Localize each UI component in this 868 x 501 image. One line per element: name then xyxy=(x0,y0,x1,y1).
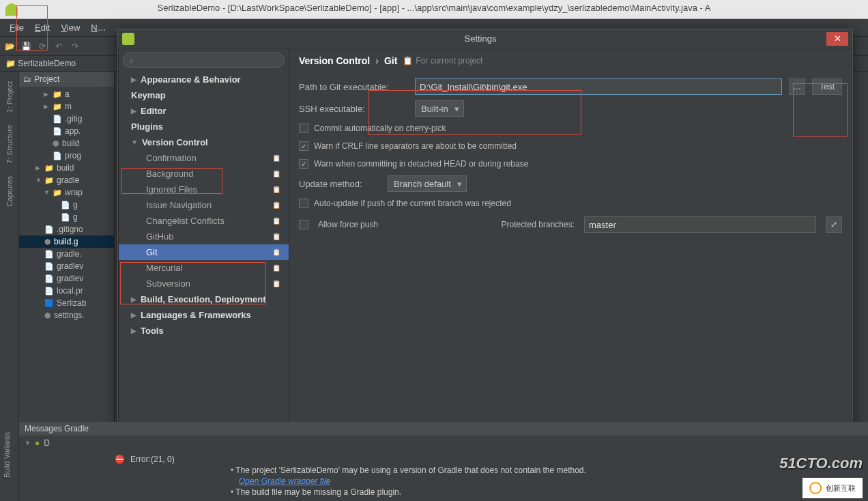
tree-row[interactable]: 📄prog xyxy=(19,149,114,162)
folder-icon: 📁 xyxy=(53,102,62,111)
git-path-input[interactable] xyxy=(415,78,782,95)
checkbox-crlf[interactable]: ✓ xyxy=(299,141,308,151)
project-scope-icon: 📋 xyxy=(272,280,280,287)
file-icon: 📄 xyxy=(53,115,62,124)
checkbox-cherry-pick[interactable] xyxy=(299,124,308,133)
tree-row[interactable]: ▼📁wrap xyxy=(19,186,114,199)
checkbox-detached[interactable]: ✓ xyxy=(299,159,308,169)
settings-category-panel: ⌕ ▶Appearance & BehaviorKeymap▶EditorPlu… xyxy=(119,48,289,457)
open-icon[interactable]: 📂 xyxy=(4,41,15,52)
tree-row[interactable]: 📄.gitig xyxy=(19,113,114,125)
d-root[interactable]: D xyxy=(44,438,50,448)
menu-view[interactable]: View xyxy=(61,23,80,33)
tree-label: a xyxy=(65,89,70,99)
settings-title-text: Settings xyxy=(134,33,826,44)
tree-row[interactable]: 📄g xyxy=(19,199,114,211)
menu-edit[interactable]: Edit xyxy=(35,23,50,33)
tree-row[interactable]: 📄g xyxy=(19,211,114,223)
collapse-icon[interactable]: ▼ xyxy=(25,440,31,446)
settings-search-input[interactable]: ⌕ xyxy=(123,53,285,68)
error-msg-1: The project 'SerlizableDemo' may be usin… xyxy=(235,466,586,475)
tree-row[interactable]: 📄gradlev xyxy=(19,272,114,285)
ssh-dropdown[interactable]: Built-in xyxy=(415,100,464,117)
settings-category-plugins[interactable]: Plugins xyxy=(119,119,289,134)
update-method-dropdown[interactable]: Branch default xyxy=(388,175,467,192)
file-icon: 📄 xyxy=(44,287,54,296)
browse-button[interactable]: … xyxy=(789,78,805,95)
tree-row[interactable]: 📄app. xyxy=(19,125,114,137)
tree-row[interactable]: ⬢build xyxy=(19,137,114,149)
settings-category-build-execution-deployment[interactable]: ▶Build, Execution, Deployment xyxy=(119,291,289,307)
protected-branches-input[interactable] xyxy=(584,216,816,233)
settings-category-background[interactable]: Background📋 xyxy=(119,166,289,182)
tree-label: m xyxy=(65,102,72,111)
menu-navigate[interactable]: N… xyxy=(91,23,106,33)
settings-category-mercurial[interactable]: Mercurial📋 xyxy=(119,260,289,276)
test-button[interactable]: Test xyxy=(812,78,842,95)
tree-label: .gitigno xyxy=(57,225,83,234)
tree-row[interactable]: ▶📁build xyxy=(19,162,114,174)
tree-row[interactable]: ▶📁a xyxy=(19,88,114,100)
settings-category-changelist-conflicts[interactable]: Changelist Conflicts📋 xyxy=(119,213,289,229)
build-variants-tab[interactable]: Build Variants xyxy=(3,429,11,481)
tree-row[interactable]: 📄gradlev xyxy=(19,260,114,272)
project-scope-icon: 📋 xyxy=(272,201,280,209)
redo-icon[interactable]: ↷ xyxy=(70,41,81,52)
ssh-label: SSH executable: xyxy=(299,104,408,114)
menu-file[interactable]: File xyxy=(10,23,24,33)
label-crlf: Warn if CRLF line separators are about t… xyxy=(314,141,517,151)
settings-category-keymap[interactable]: Keymap xyxy=(119,87,289,103)
expand-protected-button[interactable]: ⤢ xyxy=(826,216,842,233)
settings-category-editor[interactable]: ▶Editor xyxy=(119,103,289,119)
checkbox-auto-update[interactable] xyxy=(299,199,308,208)
settings-category-version-control[interactable]: ▼Version Control xyxy=(119,134,289,150)
tree-row[interactable]: ▶📁m xyxy=(19,100,114,113)
tool-project-tab[interactable]: 1: Project xyxy=(5,78,14,115)
undo-icon[interactable]: ↶ xyxy=(53,41,64,52)
project-panel-header[interactable]: 🗂 Project xyxy=(19,72,114,87)
settings-category-tools[interactable]: ▶Tools xyxy=(119,323,289,339)
file-icon: 📄 xyxy=(53,127,62,136)
tree-label: build.g xyxy=(54,237,78,246)
settings-category-git[interactable]: Git📋 xyxy=(119,244,289,260)
sync-icon[interactable]: ⟳ xyxy=(37,41,48,52)
breadcrumb-root[interactable]: SerlizableDemo xyxy=(18,59,76,68)
tree-label: Serlizab xyxy=(57,298,86,308)
tree-row[interactable]: ⬢settings. xyxy=(19,309,114,321)
bottom-panel: Messages Gradle ▼ ● D ⛔ Error:(21, 0) • … xyxy=(19,422,868,501)
tree-row[interactable]: 🟦Serlizab xyxy=(19,297,114,309)
settings-category-subversion[interactable]: Subversion📋 xyxy=(119,276,289,291)
tree-label: prog xyxy=(65,151,81,160)
tree-label: local.pr xyxy=(57,286,83,296)
tree-row[interactable]: ⬢build.g xyxy=(19,235,114,248)
settings-category-confirmation[interactable]: Confirmation📋 xyxy=(119,150,289,166)
tree-row[interactable]: 📄.gitigno xyxy=(19,223,114,235)
settings-category-languages-frameworks[interactable]: ▶Languages & Frameworks xyxy=(119,307,289,323)
tree-label: g xyxy=(73,200,78,210)
breadcrumb-leaf[interactable]: Git xyxy=(384,55,397,66)
settings-category-list[interactable]: ▶Appearance & BehaviorKeymap▶EditorPlugi… xyxy=(119,72,289,457)
settings-category-appearance-behavior[interactable]: ▶Appearance & Behavior xyxy=(119,72,289,87)
tool-structure-tab[interactable]: 7: Structure xyxy=(5,122,14,167)
error-location[interactable]: Error:(21, 0) xyxy=(130,455,175,464)
save-icon[interactable]: 💾 xyxy=(20,41,31,52)
tree-row[interactable]: 📄gradle. xyxy=(19,248,114,260)
file-icon: 📄 xyxy=(61,201,70,210)
path-label: Path to Git executable: xyxy=(299,82,408,92)
tree-label: build xyxy=(62,139,79,148)
tree-label: build xyxy=(57,163,74,173)
tree-row[interactable]: 📄local.pr xyxy=(19,285,114,297)
search-icon: ⌕ xyxy=(129,55,134,65)
settings-category-ignored-files[interactable]: Ignored Files📋 xyxy=(119,182,289,197)
project-tree[interactable]: ▶📁a▶📁m📄.gitig📄app.⬢build📄prog▶📁build▼📁gr… xyxy=(19,87,114,323)
gradle-icon: ⬢ xyxy=(44,311,51,320)
checkbox-force-push[interactable] xyxy=(299,220,308,229)
messages-tab[interactable]: Messages Gradle xyxy=(19,422,868,435)
open-wrapper-link[interactable]: Open Gradle wrapper file xyxy=(239,476,330,486)
close-button[interactable]: ✕ xyxy=(826,32,848,46)
settings-category-github[interactable]: GitHub📋 xyxy=(119,229,289,244)
tree-row[interactable]: ▼📁gradle xyxy=(19,174,114,186)
settings-category-issue-navigation[interactable]: Issue Navigation📋 xyxy=(119,197,289,213)
tool-captures-tab[interactable]: Captures xyxy=(5,173,14,210)
breadcrumb-root[interactable]: Version Control xyxy=(299,55,370,66)
